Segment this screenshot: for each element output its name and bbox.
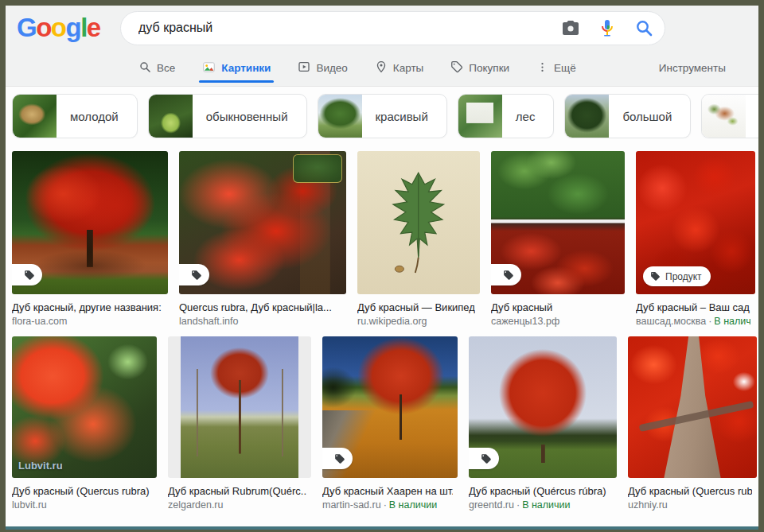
product-badge[interactable]: Продукт [643,266,711,286]
tools-button[interactable]: Инструменты [659,62,726,74]
result-caption: Дуб красный Rubrum(Quérc... zelgarden.ru [168,484,311,512]
result-title[interactable]: Дуб красный (Quercus rubra) [12,484,152,498]
tab-label: Все [157,62,175,74]
images-icon [202,60,216,76]
chip-related[interactable]: ветка [701,94,758,138]
result-title[interactable]: Дуб красный [491,301,620,314]
tab-label: Ещё [554,62,576,74]
result-caption: Дуб красный – Ваш сад вашсад.москва·В на… [636,301,755,328]
result-caption: Дуб красный, другие названия: ... flora-… [12,301,168,328]
image-result[interactable]: Дуб красный Rubrum(Quérc... zelgarden.ru [168,336,311,512]
google-logo[interactable]: Google [17,13,120,43]
result-title[interactable]: Дуб красный Хаарен на шт... [322,484,453,498]
result-photo[interactable] [357,151,480,294]
chip-related[interactable]: молодой [12,94,138,138]
result-domain: uzhniy.ru [628,499,668,511]
tab-images[interactable]: Картинки [202,50,271,86]
chip-related[interactable]: обыкновенный [148,94,307,138]
tag-icon [450,60,463,76]
result-photo[interactable]: Продукт [636,151,755,294]
result-photo[interactable] [168,336,311,478]
chip-thumbnail [318,95,362,138]
logo-letter: l [80,13,87,42]
result-caption: Дуб красный Хаарен на шт... martin-sad.r… [322,484,458,512]
image-result[interactable]: Дуб красный Хаарен на шт... martin-sad.r… [322,336,458,512]
result-title[interactable]: Quercus rubra, Дуб красный|la... [179,301,341,314]
result-title[interactable]: Дуб красный (Quercus rubr... [628,484,752,498]
stock-label: В наличии [522,499,570,511]
mic-icon[interactable] [598,18,617,37]
related-search-chips: молодой обыкновенный красивый лес большо… [6,87,758,138]
result-title[interactable]: Дуб красный – Ваш сад [636,301,750,314]
tab-video[interactable]: Видео [298,50,347,86]
image-result[interactable]: Lubvit.ru Дуб красный (Quercus rubra) lu… [12,336,157,512]
image-result[interactable]: Дуб красный, другие названия: ... flora-… [12,151,168,328]
chip-thumbnail [702,95,746,138]
results-row: Дуб красный, другие названия: ... flora-… [12,151,758,328]
chip-thumbnail [565,95,609,138]
tag-badge[interactable] [179,264,209,285]
image-result[interactable]: Дуб красный (Quércus rúbra) greentd.ru·В… [469,336,617,512]
tab-more[interactable]: Ещё [536,50,576,86]
result-title[interactable]: Дуб красный, другие названия: ... [12,301,163,314]
result-title[interactable]: Дуб красный Rubrum(Quérc... [168,484,306,498]
image-result[interactable]: Quercus rubra, Дуб красный|la... landsha… [179,151,346,328]
chip-label: большой [609,110,690,123]
result-title[interactable]: Дуб красный (Quércus rúbra) [469,484,612,498]
search-input[interactable] [138,21,561,35]
botanical-leaf-illustration [380,160,456,285]
result-photo[interactable] [469,336,617,478]
image-result[interactable]: Дуб красный саженцы13.рф [491,151,625,328]
tab-label: Картинки [221,62,271,74]
result-title[interactable]: Дуб красный — Википед... [357,301,475,314]
image-result[interactable]: Дуб красный (Quercus rubr... uzhniy.ru [628,336,757,512]
tag-badge[interactable] [469,448,499,469]
result-photo[interactable] [12,151,168,294]
browser-viewport: Google Все Картинки [0,0,764,532]
tab-shopping[interactable]: Покупки [450,50,509,86]
result-domain: саженцы13.рф [491,316,559,327]
tag-badge[interactable] [322,448,353,469]
result-photo[interactable] [628,336,757,478]
tag-badge[interactable] [12,264,42,285]
caption-separator: · [706,316,714,327]
chip-related[interactable]: большой [564,94,691,138]
logo-letter: o [51,13,66,42]
caption-separator: · [514,499,522,511]
chip-label: молодой [57,110,137,123]
result-photo[interactable]: Lubvit.ru [12,336,157,478]
chip-label: обыкновенный [193,110,306,123]
result-domain: martin-sad.ru [322,499,381,511]
tab-all[interactable]: Все [138,50,175,86]
result-caption: Дуб красный саженцы13.рф [491,301,625,328]
search-bar[interactable] [120,11,665,45]
chip-thumbnail [458,95,502,138]
stock-label: В наличии [714,316,750,327]
tag-badge[interactable] [491,264,521,285]
stock-label: В наличии [389,499,437,511]
tab-maps[interactable]: Карты [375,50,423,86]
logo-letter: o [36,13,51,42]
chip-related[interactable]: лес [458,94,555,138]
chip-label: лес [502,110,554,123]
search-submit-icon[interactable] [634,18,653,37]
more-vert-icon [536,61,548,76]
chip-related[interactable]: красивый [318,94,447,138]
result-domain: flora-ua.com [12,316,67,327]
result-domain: ru.wikipedia.org [357,316,427,327]
result-photo[interactable] [491,151,625,294]
chip-label: красивый [362,110,446,123]
result-domain: lubvit.ru [12,499,47,511]
photo-watermark: Lubvit.ru [18,460,63,472]
camera-icon[interactable] [561,18,580,37]
result-caption: Дуб красный (Quercus rubr... uzhniy.ru [628,484,757,512]
result-photo[interactable] [179,151,346,294]
image-result[interactable]: Дуб красный — Википед... ru.wikipedia.or… [357,151,480,328]
result-photo[interactable] [322,336,458,478]
result-domain: landshaft.info [179,316,238,327]
chip-thumbnail [149,95,193,138]
search-bar-icons [561,18,653,37]
chip-label: ветка [746,110,758,123]
image-result[interactable]: Продукт Дуб красный – Ваш сад вашсад.мос… [636,151,755,328]
tab-label: Карты [393,62,423,74]
